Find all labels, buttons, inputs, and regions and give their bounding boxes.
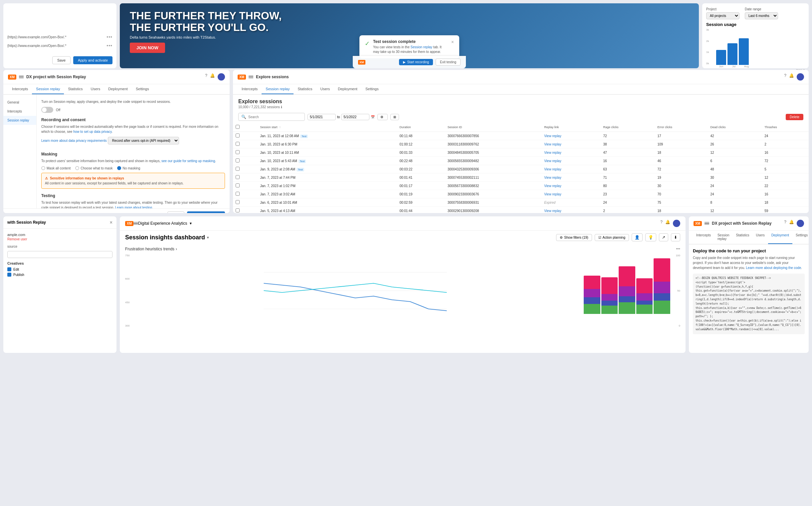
deploy-avatar[interactable]: [797, 220, 804, 227]
mask-all-option[interactable]: Mask all content: [41, 166, 71, 170]
view-replay-link-4[interactable]: View replay: [544, 167, 561, 171]
deploy-tab-stats[interactable]: Statistics: [733, 231, 753, 244]
col-session-id[interactable]: Session ID: [445, 123, 541, 132]
delete-sessions-button[interactable]: Delete: [786, 114, 803, 120]
sessions-info-icon[interactable]: ℹ: [281, 105, 282, 109]
user-mgmt-close-button[interactable]: ×: [110, 220, 112, 225]
hamburger-menu[interactable]: [19, 76, 24, 79]
action-planning-button[interactable]: ☑ Action planning: [595, 234, 629, 241]
sessions-help-icon[interactable]: ?: [784, 73, 786, 81]
calendar-icon[interactable]: 📅: [371, 115, 375, 119]
no-mask-radio[interactable]: [117, 166, 121, 170]
row-checkbox-3[interactable]: [236, 158, 240, 162]
view-replay-link-2[interactable]: View replay: [544, 151, 561, 155]
deploy-tab-intercepts[interactable]: Intercepts: [693, 231, 714, 244]
view-replay-link-0[interactable]: View replay: [544, 134, 561, 138]
col-dead-clicks[interactable]: Dead clicks: [708, 123, 762, 132]
row-checkbox-6[interactable]: [236, 183, 240, 187]
join-button[interactable]: JOIN NOW: [130, 43, 165, 53]
share-icon-button[interactable]: ↗: [659, 233, 668, 241]
deploy-tab-users[interactable]: Users: [753, 231, 768, 244]
tab-deployment[interactable]: Deployment: [104, 84, 132, 94]
show-filters-button[interactable]: ⚙ Show filters (19): [556, 234, 592, 241]
edit-checkbox[interactable]: [7, 267, 11, 271]
no-mask-option[interactable]: No masking: [117, 166, 140, 170]
dashboard-title-chevron[interactable]: ▾: [207, 236, 209, 239]
start-recording-button[interactable]: ▶ Start recording: [399, 59, 433, 65]
app-name-chevron[interactable]: ▾: [190, 221, 192, 226]
tab-intercepts[interactable]: Intercepts: [8, 84, 32, 94]
deploy-hamburger[interactable]: [705, 222, 709, 225]
exit-testing-button[interactable]: Exit testing: [436, 59, 461, 66]
date-from-input[interactable]: [307, 114, 336, 120]
sessions-tab-stats[interactable]: Statistics: [293, 84, 316, 94]
view-replay-link-1[interactable]: View replay: [544, 143, 561, 146]
sessions-search-input[interactable]: [248, 115, 302, 119]
save-button-config[interactable]: Save: [167, 212, 184, 213]
row-checkbox-4[interactable]: [236, 167, 240, 171]
col-replay-link[interactable]: Replay link: [541, 123, 600, 132]
url-options-1[interactable]: •••: [106, 34, 112, 39]
frustration-chevron[interactable]: ›: [176, 247, 177, 251]
sessions-hamburger[interactable]: [249, 76, 253, 79]
tab-session-replay[interactable]: Session replay: [32, 84, 64, 94]
recording-option-select[interactable]: Record after users opt-in (API required): [108, 137, 179, 145]
view-replay-link-9[interactable]: View replay: [544, 209, 561, 213]
download-icon-button[interactable]: ⬇: [671, 233, 680, 241]
save-button-top[interactable]: Save: [52, 56, 71, 64]
col-duration[interactable]: Duration: [397, 123, 445, 132]
data-privacy-link[interactable]: how to set up data privacy: [73, 130, 111, 134]
row-checkbox-0[interactable]: [236, 134, 240, 138]
sessions-tab-intercepts[interactable]: Intercepts: [238, 84, 262, 94]
deploy-tab-replay[interactable]: Session replay: [714, 231, 733, 244]
toast-session-replay-link[interactable]: Session replay: [410, 45, 432, 49]
row-checkbox-5[interactable]: [236, 175, 240, 179]
date-to-input[interactable]: [341, 114, 369, 120]
sessions-tab-replay[interactable]: Session replay: [262, 84, 293, 94]
sidebar-item-intercepts[interactable]: Intercepts: [3, 107, 36, 116]
columns-button[interactable]: ⊞: [390, 114, 399, 120]
cancel-button[interactable]: Cancel: [147, 212, 165, 213]
source-input[interactable]: [7, 251, 112, 258]
deploy-help-icon[interactable]: ?: [784, 220, 786, 227]
dashboard-bell-icon[interactable]: 🔔: [665, 220, 670, 227]
select-all-checkbox[interactable]: [236, 125, 240, 129]
sidebar-item-general[interactable]: General: [3, 98, 36, 107]
filter-button[interactable]: ⚙: [377, 114, 388, 120]
sessions-tab-users[interactable]: Users: [316, 84, 334, 94]
tab-settings[interactable]: Settings: [132, 84, 153, 94]
deploy-bell-icon[interactable]: 🔔: [789, 220, 794, 227]
help-icon[interactable]: ?: [205, 73, 207, 81]
bell-icon[interactable]: 🔔: [210, 73, 215, 81]
code-snippet[interactable]: <!--BEGIN QUALTRICS WEBSITE FEEDBACK SNI…: [693, 274, 805, 334]
apply-activate-button-top[interactable]: Apply and activate: [73, 56, 112, 64]
dashboard-help-icon[interactable]: ?: [660, 220, 662, 227]
apply-activate-config-button[interactable]: Apply and activate: [187, 212, 225, 213]
mask-all-radio[interactable]: [41, 166, 45, 170]
url-options-2[interactable]: •••: [106, 43, 112, 48]
sessions-tab-deployment[interactable]: Deployment: [334, 84, 361, 94]
masking-guide-link[interactable]: see our guide for setting up masking: [161, 159, 215, 163]
col-session-start[interactable]: Session start ↑: [258, 123, 397, 132]
dashboard-avatar[interactable]: [673, 220, 680, 227]
deploy-learn-more-link[interactable]: Learn more about deploying the code: [746, 266, 801, 270]
session-replay-toggle[interactable]: [41, 107, 53, 113]
user-avatar[interactable]: [218, 73, 225, 81]
row-checkbox-9[interactable]: [236, 208, 240, 213]
view-replay-link-7[interactable]: View replay: [544, 192, 561, 196]
sessions-tab-settings[interactable]: Settings: [361, 84, 383, 94]
col-rage-clicks[interactable]: Rage clicks: [601, 123, 655, 132]
view-replay-link-6[interactable]: View replay: [544, 184, 561, 188]
data-privacy-req-link[interactable]: Learn more about data privacy requiremen…: [41, 139, 107, 143]
deploy-tab-deployment[interactable]: Deployment: [768, 231, 792, 244]
row-checkbox-2[interactable]: [236, 150, 240, 154]
lightbulb-icon-button[interactable]: 💡: [645, 233, 656, 241]
publish-checkbox[interactable]: [7, 273, 11, 277]
project-select[interactable]: All projects: [706, 12, 739, 19]
sessions-avatar[interactable]: [797, 73, 804, 81]
tab-statistics[interactable]: Statistics: [64, 84, 87, 94]
choose-mask-radio[interactable]: [75, 166, 79, 170]
dashboard-hamburger[interactable]: [133, 222, 138, 225]
view-replay-link-3[interactable]: View replay: [544, 159, 561, 163]
toast-close-button[interactable]: ×: [451, 39, 454, 45]
